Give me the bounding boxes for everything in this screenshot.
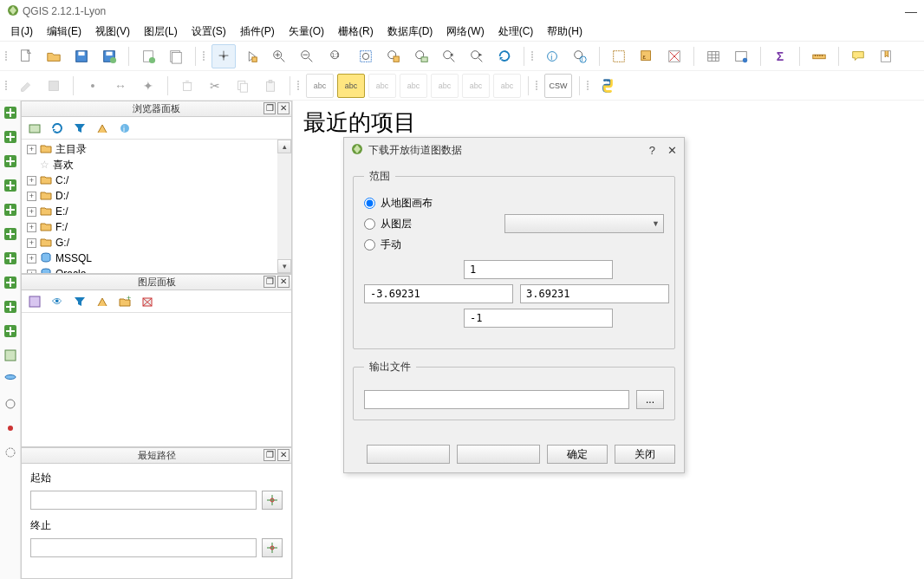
panel-undock-button[interactable]: ❐ bbox=[264, 102, 276, 114]
add-wfs-layer-button[interactable] bbox=[3, 300, 18, 314]
menu-edit[interactable]: 编辑(E) bbox=[42, 23, 87, 41]
refresh-button[interactable] bbox=[492, 44, 517, 68]
close-button[interactable]: 关闭 bbox=[615, 445, 675, 464]
tree-row[interactable]: +Oracle bbox=[23, 266, 290, 273]
filter-icon[interactable] bbox=[72, 120, 88, 136]
new-spatialite-button[interactable] bbox=[3, 373, 18, 387]
remove-layer-icon[interactable] bbox=[140, 294, 155, 309]
tree-row[interactable]: +F:/ bbox=[23, 219, 290, 235]
zoom-full-button[interactable] bbox=[354, 44, 378, 68]
tree-row[interactable]: +G:/ bbox=[23, 235, 290, 250]
label-tool-5[interactable]: abc bbox=[431, 74, 459, 98]
label-tool-7[interactable]: abc bbox=[493, 74, 521, 98]
tree-row[interactable]: +E:/ bbox=[23, 204, 290, 219]
panel-close-button[interactable]: ✕ bbox=[277, 102, 290, 114]
toolbar-grip[interactable] bbox=[297, 81, 299, 90]
csw-button[interactable]: CSW bbox=[544, 74, 572, 98]
composer-manager-button[interactable] bbox=[164, 44, 188, 68]
open-project-button[interactable] bbox=[42, 44, 66, 68]
copy-button[interactable] bbox=[231, 74, 255, 98]
route-start-input[interactable] bbox=[30, 491, 257, 510]
select-button[interactable] bbox=[607, 44, 631, 68]
scroll-up-icon[interactable]: ▴ bbox=[277, 140, 291, 153]
tree-row[interactable]: +D:/ bbox=[23, 188, 290, 204]
zoom-native-button[interactable]: 1:1 bbox=[322, 44, 350, 68]
move-feature-button[interactable]: ↔ bbox=[108, 74, 133, 98]
print-composer-button[interactable] bbox=[136, 44, 160, 68]
label-tool-4[interactable]: abc bbox=[400, 74, 427, 98]
extent-right-input[interactable] bbox=[520, 284, 669, 303]
save-button[interactable] bbox=[69, 44, 94, 68]
delete-button[interactable] bbox=[175, 74, 199, 98]
expand-all-icon[interactable] bbox=[94, 294, 110, 309]
tree-expander[interactable]: + bbox=[27, 145, 36, 154]
tree-expander[interactable]: + bbox=[27, 207, 36, 217]
identify-features-button[interactable]: i bbox=[568, 44, 592, 68]
bookmark-button[interactable] bbox=[874, 44, 898, 68]
panel-close-button[interactable]: ✕ bbox=[277, 276, 290, 288]
label-tool-3[interactable]: abc bbox=[368, 74, 396, 98]
scroll-down-icon[interactable]: ▾ bbox=[277, 259, 291, 273]
radio-from-layer[interactable] bbox=[364, 218, 375, 230]
save-edits-button[interactable] bbox=[42, 74, 66, 98]
radio-manual[interactable] bbox=[364, 239, 375, 250]
tree-expander[interactable]: + bbox=[27, 270, 36, 274]
stats-button[interactable]: Σ bbox=[768, 44, 792, 68]
add-vector-layer-button[interactable] bbox=[3, 106, 18, 120]
pan-to-selection-button[interactable] bbox=[239, 44, 264, 68]
python-console-button[interactable] bbox=[595, 74, 620, 98]
collapse-icon[interactable] bbox=[94, 120, 110, 136]
extent-left-input[interactable] bbox=[364, 284, 513, 303]
menu-process[interactable]: 处理(C) bbox=[493, 23, 539, 41]
add-postgis-layer-button[interactable] bbox=[3, 154, 18, 168]
add-wcs-layer-button[interactable] bbox=[3, 276, 18, 290]
dialog-titlebar[interactable]: 下载开放街道图数据 ? ✕ bbox=[344, 138, 684, 162]
radio-from-canvas[interactable] bbox=[364, 198, 375, 209]
tree-expander[interactable]: + bbox=[27, 223, 36, 232]
label-tool-2[interactable]: abc bbox=[337, 74, 365, 98]
layer-props-button[interactable] bbox=[3, 446, 18, 459]
cut-button[interactable]: ✂ bbox=[203, 74, 227, 98]
add-group-icon[interactable]: + bbox=[117, 294, 133, 309]
menu-help[interactable]: 帮助(H) bbox=[542, 23, 588, 41]
browser-scrollbar[interactable]: ▴ ▾ bbox=[277, 140, 291, 273]
zoom-last-button[interactable] bbox=[437, 44, 461, 68]
extent-top-input[interactable] bbox=[464, 260, 613, 279]
new-shapefile-button[interactable] bbox=[3, 348, 18, 362]
refresh-icon[interactable] bbox=[49, 120, 65, 136]
browser-tree[interactable]: +主目录☆喜欢+C:/+D:/+E:/+F:/+G:/+MSSQL+Oracle… bbox=[22, 140, 291, 273]
ok-button[interactable]: 确定 bbox=[547, 445, 608, 464]
edit-toggle-button[interactable] bbox=[14, 74, 38, 98]
layer-combobox[interactable]: ▼ bbox=[504, 214, 664, 233]
map-tips-button[interactable] bbox=[846, 44, 870, 68]
layers-tree[interactable] bbox=[22, 313, 291, 446]
toolbar-grip[interactable] bbox=[536, 81, 537, 90]
menu-database[interactable]: 数据库(D) bbox=[382, 23, 439, 41]
dialog-extra-button-1[interactable] bbox=[367, 445, 450, 464]
visibility-icon[interactable]: 👁 bbox=[49, 294, 65, 309]
add-raster-layer-button[interactable] bbox=[3, 130, 18, 144]
zoom-selection-button[interactable] bbox=[381, 44, 406, 68]
attribute-table-button[interactable] bbox=[701, 44, 726, 68]
field-calc-button[interactable] bbox=[729, 44, 753, 68]
panel-undock-button[interactable]: ❐ bbox=[264, 449, 276, 461]
toolbar-grip[interactable] bbox=[5, 51, 7, 61]
route-end-input[interactable] bbox=[30, 538, 257, 557]
add-mssql-layer-button[interactable] bbox=[3, 203, 18, 217]
node-tool-button[interactable]: ✦ bbox=[136, 74, 160, 98]
add-layer-icon[interactable] bbox=[27, 120, 42, 136]
dialog-extra-button-2[interactable] bbox=[457, 445, 540, 464]
route-end-pick-button[interactable] bbox=[262, 538, 283, 557]
output-path-input[interactable] bbox=[364, 390, 629, 409]
add-feature-button[interactable]: • bbox=[81, 74, 105, 98]
dialog-help-button[interactable]: ? bbox=[649, 144, 655, 157]
measure-button[interactable] bbox=[807, 44, 831, 68]
menu-layer[interactable]: 图层(L) bbox=[139, 23, 183, 41]
identify-button[interactable]: i bbox=[540, 44, 564, 68]
filter-layers-icon[interactable] bbox=[72, 294, 88, 309]
menu-settings[interactable]: 设置(S) bbox=[186, 23, 231, 41]
save-as-button[interactable] bbox=[97, 44, 121, 68]
dialog-close-button[interactable]: ✕ bbox=[667, 144, 677, 157]
select-expression-button[interactable]: ε bbox=[634, 44, 659, 68]
tree-row[interactable]: +C:/ bbox=[23, 172, 290, 188]
